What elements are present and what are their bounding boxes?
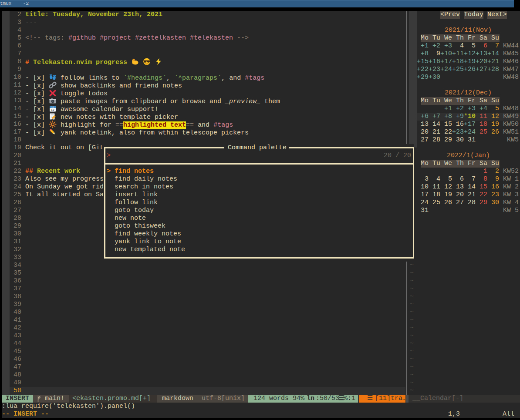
svg-text:17: 17 bbox=[51, 108, 54, 111]
